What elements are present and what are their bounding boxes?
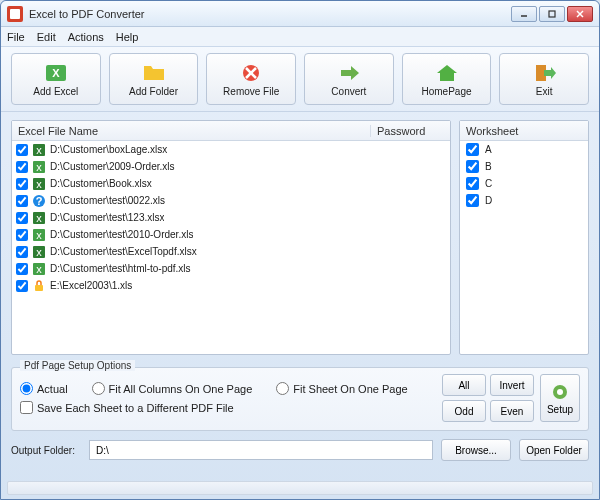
check-save-each[interactable]: Save Each Sheet to a Different PDF File (20, 401, 436, 414)
menu-file[interactable]: File (7, 31, 25, 43)
file-checkbox[interactable] (16, 212, 28, 224)
file-row[interactable]: xD:\Customer\test\123.xlsx (12, 209, 450, 226)
column-filename[interactable]: Excel File Name (12, 125, 370, 137)
worksheet-row[interactable]: D (460, 192, 588, 209)
invert-button[interactable]: Invert (490, 374, 534, 396)
exit-button[interactable]: Exit (499, 53, 589, 105)
excel-icon: X (43, 62, 69, 84)
worksheet-checkbox[interactable] (466, 143, 479, 156)
file-row[interactable]: xD:\Customer\test\2010-Order.xls (12, 226, 450, 243)
even-button[interactable]: Even (490, 400, 534, 422)
column-worksheet[interactable]: Worksheet (460, 125, 588, 137)
file-row[interactable]: E:\Excel2003\1.xls (12, 277, 450, 294)
file-checkbox[interactable] (16, 280, 28, 292)
worksheet-name: A (485, 144, 492, 155)
file-checkbox[interactable] (16, 144, 28, 156)
file-row[interactable]: ?D:\Customer\test\0022.xls (12, 192, 450, 209)
add-folder-button[interactable]: Add Folder (109, 53, 199, 105)
worksheet-checkbox[interactable] (466, 160, 479, 173)
file-checkbox[interactable] (16, 161, 28, 173)
convert-button[interactable]: Convert (304, 53, 394, 105)
file-type-icon (32, 279, 46, 293)
svg-text:x: x (36, 178, 42, 190)
svg-point-28 (557, 389, 563, 395)
file-checkbox[interactable] (16, 246, 28, 258)
file-path: D:\Customer\Book.xlsx (50, 178, 152, 189)
setup-legend: Pdf Page Setup Options (20, 360, 135, 371)
file-path: D:\Customer\test\2010-Order.xls (50, 229, 193, 240)
output-folder-label: Output Folder: (11, 445, 81, 456)
remove-file-label: Remove File (223, 86, 279, 97)
file-checkbox[interactable] (16, 263, 28, 275)
file-row[interactable]: xD:\Customer\test\html-to-pdf.xls (12, 260, 450, 277)
file-row[interactable]: xD:\Customer\Book.xlsx (12, 175, 450, 192)
add-excel-label: Add Excel (33, 86, 78, 97)
radio-actual[interactable]: Actual (20, 382, 68, 395)
svg-text:X: X (52, 67, 60, 79)
worksheet-name: B (485, 161, 492, 172)
file-type-icon: x (32, 211, 46, 225)
menu-actions[interactable]: Actions (68, 31, 104, 43)
worksheet-row[interactable]: C (460, 175, 588, 192)
all-button[interactable]: All (442, 374, 486, 396)
svg-text:?: ? (36, 195, 43, 207)
homepage-label: HomePage (422, 86, 472, 97)
column-password[interactable]: Password (370, 125, 450, 137)
worksheet-checkbox[interactable] (466, 177, 479, 190)
svg-text:x: x (36, 263, 42, 275)
file-path: D:\Customer\test\ExcelTopdf.xlsx (50, 246, 197, 257)
file-row[interactable]: xD:\Customer\boxLage.xlsx (12, 141, 450, 158)
remove-file-button[interactable]: Remove File (206, 53, 296, 105)
file-type-icon: x (32, 177, 46, 191)
file-checkbox[interactable] (16, 178, 28, 190)
window-title: Excel to PDF Converter (29, 8, 511, 20)
file-path: D:\Customer\test\0022.xls (50, 195, 165, 206)
worksheet-checkbox[interactable] (466, 194, 479, 207)
file-row[interactable]: xD:\Customer\test\ExcelTopdf.xlsx (12, 243, 450, 260)
add-folder-label: Add Folder (129, 86, 178, 97)
odd-button[interactable]: Odd (442, 400, 486, 422)
homepage-button[interactable]: HomePage (402, 53, 492, 105)
menu-edit[interactable]: Edit (37, 31, 56, 43)
minimize-button[interactable] (511, 6, 537, 22)
file-path: D:\Customer\test\123.xlsx (50, 212, 164, 223)
file-type-icon: x (32, 245, 46, 259)
file-row[interactable]: xD:\Customer\2009-Order.xls (12, 158, 450, 175)
worksheet-row[interactable]: B (460, 158, 588, 175)
menu-help[interactable]: Help (116, 31, 139, 43)
setup-button[interactable]: Setup (540, 374, 580, 422)
worksheet-name: D (485, 195, 492, 206)
maximize-button[interactable] (539, 6, 565, 22)
file-path: D:\Customer\2009-Order.xls (50, 161, 175, 172)
convert-label: Convert (331, 86, 366, 97)
titlebar: Excel to PDF Converter (1, 1, 599, 27)
worksheet-row[interactable]: A (460, 141, 588, 158)
svg-text:x: x (36, 161, 42, 173)
file-list-panel: Excel File Name Password xD:\Customer\bo… (11, 120, 451, 355)
svg-text:x: x (36, 212, 42, 224)
file-type-icon: x (32, 262, 46, 276)
file-path: D:\Customer\boxLage.xlsx (50, 144, 167, 155)
close-button[interactable] (567, 6, 593, 22)
open-folder-button[interactable]: Open Folder (519, 439, 589, 461)
app-icon (7, 6, 23, 22)
file-checkbox[interactable] (16, 195, 28, 207)
folder-icon (141, 62, 167, 84)
statusbar (7, 481, 593, 495)
radio-fit-cols[interactable]: Fit All Columns On One Page (92, 382, 253, 395)
gear-icon (550, 382, 570, 402)
output-folder-input[interactable] (89, 440, 433, 460)
file-type-icon: x (32, 143, 46, 157)
svg-text:x: x (36, 229, 42, 241)
radio-fit-sheet[interactable]: Fit Sheet On One Page (276, 382, 407, 395)
pdf-setup-group: Pdf Page Setup Options Actual Fit All Co… (11, 367, 589, 431)
worksheet-panel: Worksheet ABCD (459, 120, 589, 355)
worksheet-name: C (485, 178, 492, 189)
file-path: E:\Excel2003\1.xls (50, 280, 132, 291)
add-excel-button[interactable]: X Add Excel (11, 53, 101, 105)
toolbar: X Add Excel Add Folder Remove File Conve… (1, 47, 599, 112)
convert-icon (336, 62, 362, 84)
menubar: File Edit Actions Help (1, 27, 599, 47)
file-checkbox[interactable] (16, 229, 28, 241)
browse-button[interactable]: Browse... (441, 439, 511, 461)
